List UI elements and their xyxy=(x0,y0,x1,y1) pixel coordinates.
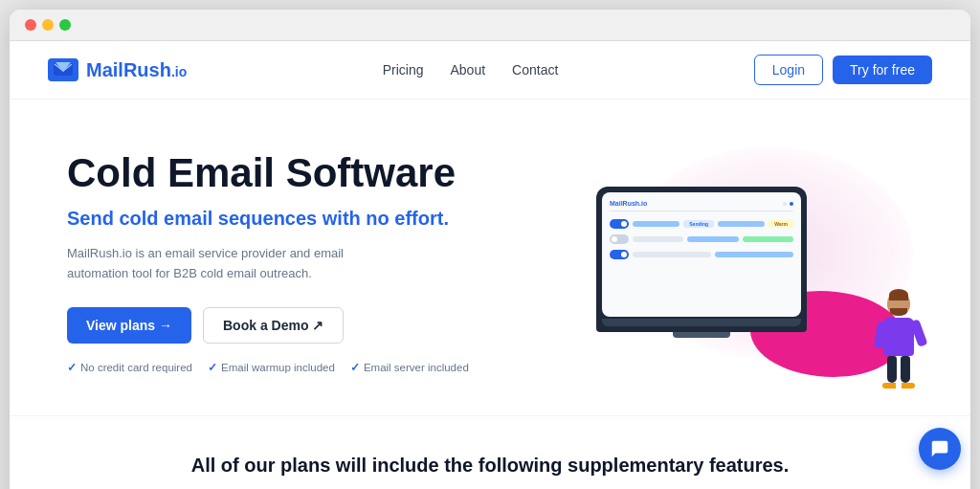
logo-text: MailRush.io xyxy=(86,59,187,81)
person-torso xyxy=(883,318,914,356)
person-illustration xyxy=(875,291,923,387)
screen-row-2 xyxy=(610,234,793,244)
bar-blue2 xyxy=(715,252,793,257)
badge-yellow: Warm xyxy=(768,220,793,228)
person-feet xyxy=(875,383,923,389)
person-arm-left xyxy=(874,321,888,348)
badge-blue: Sending xyxy=(683,220,714,228)
laptop-illustration: MailRush.io Sending xyxy=(596,187,807,338)
person-leg-left xyxy=(887,356,897,383)
laptop-stand xyxy=(673,332,730,338)
checkmark-icon: ✓ xyxy=(208,361,217,374)
maximize-dot[interactable] xyxy=(59,19,71,31)
traffic-lights xyxy=(25,19,71,31)
check-no-card: ✓ No credit card required xyxy=(67,361,192,374)
screen-header: MailRush.io xyxy=(610,200,793,211)
person-foot-left xyxy=(882,383,896,389)
chat-bubble[interactable] xyxy=(919,428,961,470)
laptop-base xyxy=(602,319,801,326)
chat-icon xyxy=(929,438,950,459)
logo-icon xyxy=(48,58,78,81)
login-button[interactable]: Login xyxy=(754,55,823,85)
features-section: All of our plans will include the follow… xyxy=(10,415,970,489)
screen-row-3 xyxy=(610,250,793,259)
nav-links: Pricing About Contact xyxy=(383,62,559,78)
person-foot-right xyxy=(902,383,915,389)
hero-left: Cold Email Software Send cold email sequ… xyxy=(67,150,500,374)
checkmark-icon: ✓ xyxy=(67,361,77,374)
hero-buttons: View plans → Book a Demo ↗ xyxy=(67,307,500,344)
check-warmup: ✓ Email warmup included xyxy=(208,361,335,374)
page-content: MailRush.io Pricing About Contact Login … xyxy=(10,41,970,489)
bar-short xyxy=(687,236,738,242)
hero-subtitle: Send cold email sequences with no effort… xyxy=(67,206,500,231)
screen-row-1: Sending Warm xyxy=(610,219,793,229)
nav-link-contact[interactable]: Contact xyxy=(512,62,558,78)
book-demo-button[interactable]: Book a Demo ↗ xyxy=(203,307,344,344)
navigation: MailRush.io Pricing About Contact Login … xyxy=(10,41,970,100)
nav-buttons: Login Try for free xyxy=(754,55,932,85)
check-server: ✓ Email server included xyxy=(350,361,469,374)
nav-link-pricing[interactable]: Pricing xyxy=(383,62,424,78)
toggle-on-2 xyxy=(610,250,629,259)
laptop: MailRush.io Sending xyxy=(596,187,807,332)
hero-section: Cold Email Software Send cold email sequ… xyxy=(10,100,970,415)
svg-rect-0 xyxy=(54,62,73,76)
person-legs xyxy=(875,356,923,383)
try-for-free-button[interactable]: Try for free xyxy=(833,56,932,84)
bar-gray2 xyxy=(633,252,711,257)
browser-window: MailRush.io Pricing About Contact Login … xyxy=(10,10,970,489)
nav-link-about[interactable]: About xyxy=(451,62,486,78)
toggle-off xyxy=(610,234,629,244)
hero-checks: ✓ No credit card required ✓ Email warmup… xyxy=(67,361,500,374)
browser-chrome xyxy=(10,10,970,41)
screen-dot xyxy=(783,202,787,206)
minimize-dot[interactable] xyxy=(42,19,54,31)
person-hair xyxy=(889,289,908,300)
hero-description: MailRush.io is an email service provider… xyxy=(67,244,373,284)
bar-blue xyxy=(633,221,679,227)
screen-logo: MailRush.io xyxy=(610,200,647,207)
view-plans-button[interactable]: View plans → xyxy=(67,307,191,344)
person-beard xyxy=(890,308,907,316)
hero-illustration: MailRush.io Sending xyxy=(500,138,932,387)
person-arm-right xyxy=(910,319,928,347)
person-body xyxy=(875,291,923,387)
toggle-on xyxy=(610,219,629,229)
bar-green xyxy=(743,236,793,242)
person-head xyxy=(887,291,910,316)
features-title: All of our plans will include the follow… xyxy=(155,455,825,477)
laptop-screen: MailRush.io Sending xyxy=(602,192,801,317)
person-leg-right xyxy=(901,356,910,383)
checkmark-icon: ✓ xyxy=(350,361,360,374)
screen-dot-active xyxy=(790,202,793,206)
hero-title: Cold Email Software xyxy=(67,150,500,196)
bar-gray xyxy=(633,236,683,242)
logo: MailRush.io xyxy=(48,58,187,81)
bar2 xyxy=(718,221,765,227)
close-dot[interactable] xyxy=(25,19,36,31)
